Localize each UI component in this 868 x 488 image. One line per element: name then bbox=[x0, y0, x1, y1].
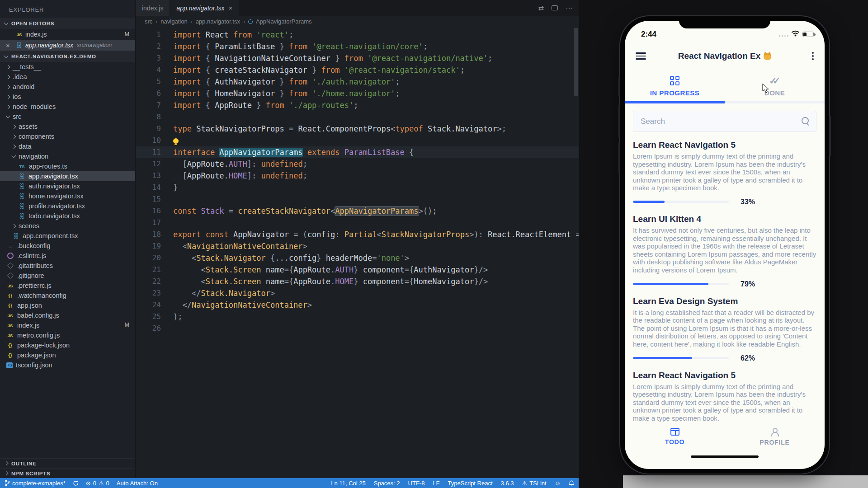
code-line[interactable]: 8 bbox=[136, 111, 579, 123]
tab-app-navigator[interactable]: app.navigator.tsx × bbox=[170, 0, 239, 16]
tslint-status[interactable]: ⚠ TSLint bbox=[522, 480, 546, 487]
code-line[interactable]: 6import { HomeNavigator } from './home.n… bbox=[136, 88, 579, 99]
tab-index-js[interactable]: index.js bbox=[136, 0, 170, 16]
split-editor-icon[interactable] bbox=[552, 5, 558, 10]
close-icon[interactable]: × bbox=[229, 4, 233, 12]
open-changes-icon[interactable]: ⇄ bbox=[538, 4, 544, 12]
auto-attach-status[interactable]: Auto Attach: On bbox=[117, 480, 158, 487]
code-line[interactable]: 11interface AppNavigatorParams extends P… bbox=[136, 146, 579, 158]
code-line[interactable]: 13 [AppRoute.HOME]: undefined; bbox=[136, 170, 579, 182]
code-line[interactable]: 10 bbox=[136, 135, 579, 146]
tree-item[interactable]: home.navigator.tsx bbox=[0, 191, 135, 201]
code-line[interactable]: 26 bbox=[136, 323, 579, 334]
home-indicator[interactable] bbox=[691, 455, 759, 458]
code-line[interactable]: 20 <Stack.Navigator {...config} headerMo… bbox=[136, 252, 579, 264]
code-editor[interactable]: 1import React from 'react';2import { Par… bbox=[136, 27, 579, 334]
open-editor-item[interactable]: ×app.navigator.tsxsrc/navigation bbox=[0, 40, 135, 51]
more-actions-icon[interactable]: ⋯ bbox=[566, 4, 573, 12]
code-line[interactable]: 12 [AppRoute.AUTH]: undefined; bbox=[136, 158, 579, 170]
indentation[interactable]: Spaces: 2 bbox=[374, 480, 400, 487]
bottom-tab-todo[interactable]: TODO bbox=[625, 423, 725, 450]
code-line[interactable]: 18export const AppNavigator = (config: P… bbox=[136, 229, 579, 240]
search-input[interactable] bbox=[633, 111, 816, 131]
git-branch-status[interactable]: complete-exmaples* bbox=[5, 480, 66, 487]
open-editors-header[interactable]: OPEN EDITORS bbox=[0, 18, 135, 29]
tree-item[interactable]: TStsconfig.json bbox=[0, 360, 135, 370]
notifications-bell-icon[interactable] bbox=[569, 480, 574, 486]
tree-item[interactable]: .eslintrc.js bbox=[0, 251, 135, 261]
bottom-tab-profile[interactable]: PROFILE bbox=[725, 423, 825, 450]
search-box[interactable] bbox=[633, 111, 816, 132]
tree-item[interactable]: JS.prettierrc.js bbox=[0, 281, 135, 291]
code-line[interactable]: 22 <Stack.Screen name={AppRoute.HOME} co… bbox=[136, 276, 579, 287]
code-line[interactable]: 21 <Stack.Screen name={AppRoute.AUTH} co… bbox=[136, 264, 579, 276]
tree-item[interactable]: android bbox=[0, 82, 135, 92]
tree-item[interactable]: TSapp-routes.ts bbox=[0, 161, 135, 171]
todo-item[interactable]: Learn Eva Design SystemIt is a long esta… bbox=[633, 296, 816, 362]
tree-item[interactable]: app.component.tsx bbox=[0, 231, 135, 241]
code-line[interactable]: 5import { AuthNavigator } from './auth.n… bbox=[136, 76, 579, 88]
tree-item[interactable]: assets bbox=[0, 122, 135, 131]
tree-item[interactable]: {}app.json bbox=[0, 300, 135, 310]
code-line[interactable]: 17 bbox=[136, 217, 579, 229]
open-editor-item[interactable]: JSindex.jsM bbox=[0, 29, 135, 40]
code-line[interactable]: 9type StackNavigatorProps = React.Compon… bbox=[136, 123, 579, 135]
editor-scrollbar[interactable] bbox=[574, 28, 578, 96]
tree-item[interactable]: src bbox=[0, 112, 135, 122]
code-line[interactable]: 1import React from 'react'; bbox=[136, 29, 579, 41]
todo-item[interactable]: Learn UI Kitten 4It has survived not onl… bbox=[633, 214, 816, 288]
cursor-position[interactable]: Ln 11, Col 25 bbox=[331, 480, 365, 487]
breadcrumb-item[interactable]: app.navigator.tsx bbox=[196, 18, 240, 25]
tab-done[interactable]: ✓✓ DONE bbox=[725, 69, 825, 101]
tree-item[interactable]: .idea bbox=[0, 72, 135, 82]
tree-item[interactable]: {}package.json bbox=[0, 350, 135, 360]
tree-item[interactable]: todo.navigator.tsx bbox=[0, 211, 135, 221]
code-line[interactable]: 23 </Stack.Navigator> bbox=[136, 287, 579, 299]
breadcrumb-item[interactable]: navigation bbox=[160, 18, 187, 25]
tree-item[interactable]: node_modules bbox=[0, 102, 135, 112]
feedback-smiley-icon[interactable]: ☺ bbox=[555, 480, 561, 487]
problems-status[interactable]: ⊗ 0 ⚠ 0 bbox=[86, 480, 109, 487]
breadcrumb[interactable]: src › navigation › app.navigator.tsx › A… bbox=[136, 16, 579, 27]
outline-section[interactable]: OUTLINE bbox=[0, 458, 135, 468]
tree-item[interactable]: JSbabel.config.js bbox=[0, 310, 135, 320]
code-line[interactable]: 4import { createStackNavigator } from '@… bbox=[136, 64, 579, 76]
tree-item[interactable]: auth.navigator.tsx bbox=[0, 181, 135, 191]
todo-item[interactable]: Learn React Navigation 5Lorem Ipsum is s… bbox=[633, 371, 816, 423]
tree-item[interactable]: JSindex.jsM bbox=[0, 320, 135, 330]
typescript-version[interactable]: 3.6.3 bbox=[501, 480, 514, 487]
tree-item[interactable]: {}package-lock.json bbox=[0, 340, 135, 350]
tree-item[interactable]: data bbox=[0, 141, 135, 151]
lightbulb-icon[interactable] bbox=[173, 138, 179, 144]
tree-item[interactable]: app.navigator.tsx bbox=[0, 171, 135, 181]
tree-item[interactable]: scenes bbox=[0, 221, 135, 231]
tree-item[interactable]: .gitignore bbox=[0, 271, 135, 281]
code-line[interactable]: 15 bbox=[136, 193, 579, 205]
code-line[interactable]: 19 <NavigationNativeContainer> bbox=[136, 240, 579, 252]
tree-item[interactable]: components bbox=[0, 131, 135, 141]
tree-item[interactable]: ≡.buckconfig bbox=[0, 241, 135, 251]
tree-item[interactable]: .gitattributes bbox=[0, 261, 135, 271]
eol-sequence[interactable]: LF bbox=[433, 480, 439, 487]
code-line[interactable]: 16const Stack = createStackNavigator<App… bbox=[136, 205, 579, 217]
sync-status[interactable] bbox=[73, 480, 79, 486]
code-line[interactable]: 14} bbox=[136, 182, 579, 193]
tree-item[interactable]: profile.navigator.tsx bbox=[0, 201, 135, 211]
tree-item[interactable]: navigation bbox=[0, 151, 135, 161]
code-line[interactable]: 3import { NavigationNativeContainer } fr… bbox=[136, 52, 579, 64]
project-header[interactable]: REACT-NAVIGATION-EX-DEMO bbox=[0, 51, 135, 62]
tab-in-progress[interactable]: IN PROGRESS bbox=[625, 69, 725, 101]
breadcrumb-item[interactable]: src bbox=[145, 18, 152, 25]
code-line[interactable]: 25); bbox=[136, 311, 579, 323]
tree-item[interactable]: __tests__ bbox=[0, 62, 135, 72]
todo-item[interactable]: Learn React Navigation 5Lorem Ipsum is s… bbox=[633, 140, 816, 206]
close-icon[interactable]: × bbox=[6, 42, 10, 49]
encoding[interactable]: UTF-8 bbox=[408, 480, 425, 487]
npm-scripts-section[interactable]: NPM SCRIPTS bbox=[0, 468, 135, 478]
tree-item[interactable]: JSmetro.config.js bbox=[0, 330, 135, 340]
code-line[interactable]: 24 </NavigationNativeContainer> bbox=[136, 299, 579, 311]
breadcrumb-symbol[interactable]: AppNavigatorParams bbox=[256, 18, 312, 25]
code-line[interactable]: 7import { AppRoute } from './app-routes'… bbox=[136, 99, 579, 111]
language-mode[interactable]: TypeScript React bbox=[448, 480, 493, 487]
tree-item[interactable]: {}.watchmanconfig bbox=[0, 291, 135, 300]
